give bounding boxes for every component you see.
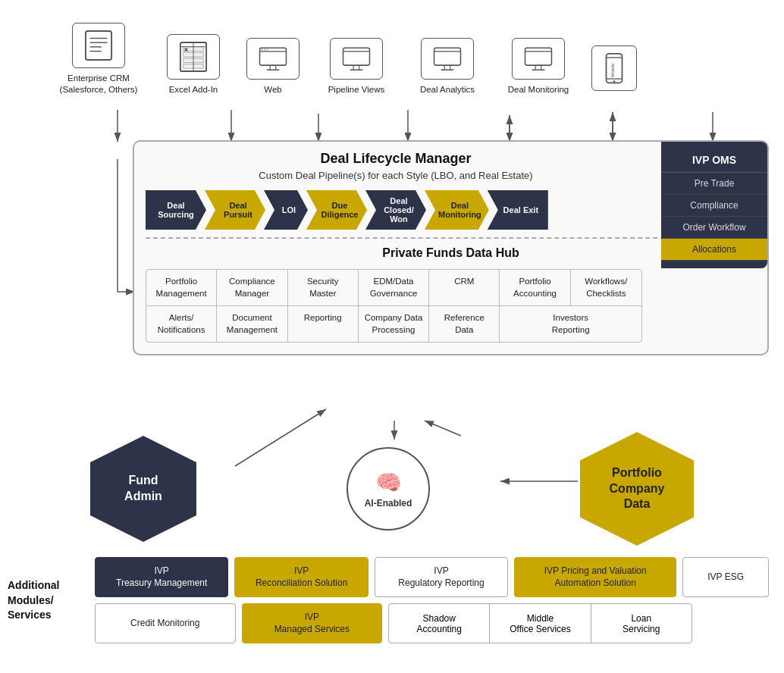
svg-point-35 — [266, 49, 268, 51]
svg-point-57 — [613, 80, 616, 83]
crm-label: Enterprise CRM (Salesforce, Others) — [53, 73, 144, 95]
svg-rect-31 — [260, 49, 287, 66]
web-item: Web — [235, 38, 311, 95]
mod-esg: IVP ESG — [682, 557, 769, 597]
stage-deal-pursuit: DealPursuit — [205, 190, 265, 230]
pipeline-icon — [330, 38, 383, 80]
additional-modules-section: AdditionalModules/Services IVPTreasury M… — [8, 557, 769, 643]
pfh-reference-data: ReferenceData — [429, 305, 500, 342]
pfh-workflows: Workflows/Checklists — [571, 270, 641, 305]
svg-rect-49 — [525, 49, 552, 66]
pfh-alerts: Alerts/Notifications — [146, 305, 217, 342]
diagram-container: { "top_items": [ { "id": "enterprise-crm… — [0, 0, 784, 673]
svg-text:Mobile: Mobile — [610, 63, 615, 77]
pfh-crm: CRM — [429, 270, 500, 305]
mobile-icon: Mobile — [591, 45, 637, 91]
pipeline-views-item: Pipeline Views — [311, 38, 402, 95]
svg-rect-44 — [434, 49, 461, 66]
mod-reconciliation: IVPReconciliation Solution — [234, 557, 368, 597]
mod-esg-spacer — [698, 603, 769, 643]
mod-pricing: IVP Pricing and ValuationAutomation Solu… — [514, 557, 676, 597]
modules-row-2: Credit Monitoring IVPManaged Services Sh… — [95, 603, 769, 643]
pfh-portfolio-accounting: PortfolioAccounting — [500, 270, 570, 305]
pipeline-views-label: Pipeline Views — [328, 84, 385, 95]
pfh-security-master: SecurityMaster — [288, 270, 359, 305]
oms-pre-trade: Pre Trade — [661, 173, 767, 195]
pfh-edm: EDM/DataGovernance — [359, 270, 429, 305]
pfh-doc-mgmt: DocumentManagement — [217, 305, 287, 342]
enterprise-crm-item: Enterprise CRM (Salesforce, Others) — [45, 23, 152, 95]
ivp-oms-panel: IVP OMS Pre Trade Compliance Order Workf… — [661, 142, 767, 268]
analytics-icon — [421, 38, 474, 80]
mod-managed-services: IVPManaged Services — [242, 603, 383, 643]
oms-allocations: Allocations — [661, 239, 767, 261]
svg-rect-39 — [343, 49, 370, 66]
web-icon — [246, 38, 299, 80]
excel-addin-item: Excel Add-In — [152, 34, 235, 95]
deal-analytics-item: Deal Analytics — [402, 38, 493, 95]
deal-monitoring-top-item: Deal Monitoring — [493, 38, 584, 95]
deal-analytics-label: Deal Analytics — [420, 84, 475, 95]
web-label: Web — [264, 84, 281, 95]
oms-compliance: Compliance — [661, 195, 767, 217]
svg-point-33 — [261, 49, 262, 51]
mod-loan-servicing: LoanServicing — [591, 604, 691, 643]
stage-deal-exit: Deal Exit — [488, 190, 548, 230]
hexagon-row: FundAdmin 🧠 AI-Enabled PortfolioCompanyD… — [15, 432, 769, 546]
excel-label: Excel Add-In — [169, 84, 218, 95]
mod-sub-services: ShadowAccounting MiddleOffice Services L… — [388, 603, 692, 643]
portfolio-company-hex: PortfolioCompanyData — [580, 432, 694, 546]
svg-rect-17 — [86, 31, 111, 60]
mod-treasury: IVPTreasury Management — [95, 557, 228, 597]
pfh-company-data: Company DataProcessing — [359, 305, 429, 342]
pfh-portfolio-mgmt: PortfolioManagement — [146, 270, 217, 305]
stage-deal-closed: DealClosed/Won — [365, 190, 426, 230]
additional-label: AdditionalModules/Services — [8, 578, 83, 623]
stage-deal-monitoring: DealMonitoring — [425, 190, 489, 230]
ai-label: AI-Enabled — [365, 498, 412, 509]
mod-shadow-accounting: ShadowAccounting — [389, 604, 490, 643]
mod-credit-monitoring: Credit Monitoring — [95, 603, 236, 643]
mod-middle-office: MiddleOffice Services — [490, 604, 591, 643]
excel-icon — [167, 34, 220, 80]
stage-deal-sourcing: DealSourcing — [146, 190, 206, 230]
mod-regulatory: IVPRegulatory Reporting — [375, 557, 508, 597]
crm-icon — [72, 23, 125, 68]
oms-order-workflow: Order Workflow — [661, 217, 767, 239]
stage-due-diligence: DueDiligence — [306, 190, 367, 230]
pfh-reporting: Reporting — [288, 305, 359, 342]
pfh-grid: PortfolioManagement ComplianceManager Se… — [146, 269, 642, 343]
monitoring-icon — [512, 38, 565, 80]
modules-row-1: IVPTreasury Management IVPReconciliation… — [95, 557, 769, 597]
ai-enabled-circle: 🧠 AI-Enabled — [347, 447, 430, 531]
deal-monitoring-top-label: Deal Monitoring — [508, 84, 569, 95]
svg-point-34 — [264, 49, 265, 51]
pfh-investors-reporting: InvestorsReporting — [500, 305, 641, 342]
stage-loi: LOI — [264, 190, 308, 230]
fund-admin-hex: FundAdmin — [90, 436, 196, 542]
pfh-compliance-mgr: ComplianceManager — [217, 270, 287, 305]
deal-lifecycle-manager-box: IVP OMS Pre Trade Compliance Order Workf… — [133, 140, 769, 355]
mobile-item: Mobile — [584, 45, 644, 95]
oms-title: IVP OMS — [661, 149, 767, 173]
